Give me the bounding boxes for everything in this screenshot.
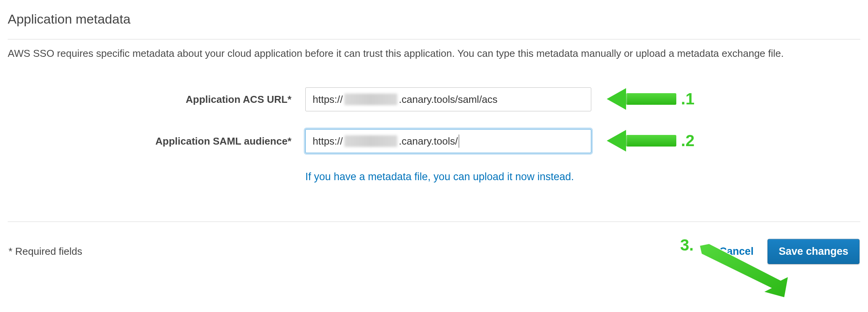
annotation-number-2: .2 xyxy=(681,131,694,150)
acs-url-value-suffix: .canary.tools/saml/acs xyxy=(399,94,497,106)
text-cursor-icon xyxy=(459,135,459,148)
section-title: Application metadata xyxy=(8,12,860,32)
form-row-acs: Application ACS URL* https:// .canary.to… xyxy=(8,87,860,111)
acs-url-input[interactable]: https:// .canary.tools/saml/acs xyxy=(305,87,591,111)
annotation-arrow-3 xyxy=(692,244,792,303)
saml-audience-value-suffix: .canary.tools/ xyxy=(399,135,458,147)
required-fields-note: * Required fields xyxy=(9,246,82,257)
section-description: AWS SSO requires specific metadata about… xyxy=(8,46,860,60)
annotation-arrow-2: .2 xyxy=(607,130,694,152)
saml-audience-input[interactable]: https:// .canary.tools/ xyxy=(305,129,591,153)
saml-audience-value-prefix: https:// xyxy=(313,135,343,147)
annotation-arrow-1: .1 xyxy=(607,88,694,110)
divider xyxy=(8,222,860,222)
redacted-block xyxy=(344,135,397,147)
form-row-audience: Application SAML audience* https:// .can… xyxy=(8,129,860,153)
saml-audience-label: Application SAML audience* xyxy=(8,135,305,147)
divider xyxy=(8,39,860,39)
upload-metadata-link[interactable]: If you have a metadata file, you can upl… xyxy=(305,171,860,183)
acs-url-value-prefix: https:// xyxy=(313,94,343,106)
annotation-number-1: .1 xyxy=(681,90,694,108)
redacted-block xyxy=(344,94,397,105)
acs-url-label: Application ACS URL* xyxy=(8,94,305,106)
svg-marker-0 xyxy=(700,244,788,298)
